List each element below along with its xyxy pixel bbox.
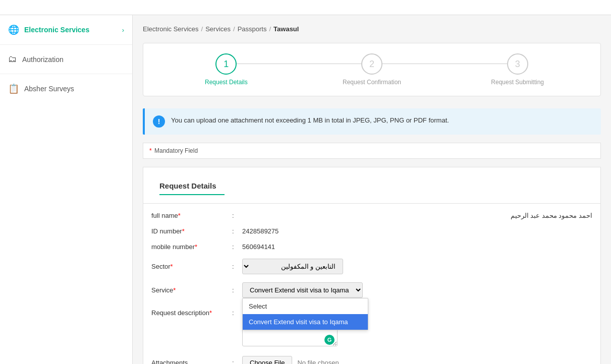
sidebar: 🌐 Electronic Services › 🗂 Authorization … [0, 15, 133, 364]
mandatory-text: Mandatory Field [154, 147, 198, 154]
surveys-icon: 📋 [8, 83, 19, 94]
file-name-text: No file chosen [297, 359, 339, 364]
form-row-mobile: mobile number* : 560694141 [151, 243, 592, 251]
alert-text: You can upload one attachment not exceed… [171, 115, 449, 126]
breadcrumb-sep-3: / [269, 25, 271, 33]
step-label-1: Request Details [205, 79, 248, 86]
breadcrumb-current: Tawasul [273, 25, 299, 33]
sidebar-surveys-label: Absher Surveys [24, 85, 74, 93]
breadcrumb-link-passports[interactable]: Passports [238, 25, 267, 33]
top-bar [0, 0, 611, 15]
step-circle-2: 2 [361, 53, 382, 75]
sidebar-item-electronic-services[interactable]: 🌐 Electronic Services › [0, 15, 132, 45]
form-body: full name* : احمد محمود محمد عبد الرحيم … [143, 204, 600, 364]
mobile-value: 560694141 [242, 243, 592, 251]
file-input-wrapper: Choose File No file chosen [242, 356, 339, 364]
fullname-label: full name* [151, 212, 232, 219]
form-row-attachments: Attachments : Choose File No file chosen [151, 356, 592, 364]
service-dropdown-option-select[interactable]: Select [243, 298, 368, 314]
mobile-label: mobile number* [151, 243, 232, 251]
step-number-2: 2 [369, 59, 374, 70]
form-row-description: Request description* : G [151, 306, 592, 348]
service-dropdown-option-convert[interactable]: Convert Extend visit visa to Iqama [243, 314, 368, 330]
idnumber-colon: : [232, 227, 242, 235]
fullname-value: احمد محمود محمد عبد الرحيم [242, 212, 592, 219]
sector-select-wrapper: التابعين و المكفولين [242, 259, 343, 274]
mandatory-star: * [149, 147, 152, 154]
attachments-label: Attachments [151, 359, 232, 364]
sector-colon: : [232, 263, 242, 270]
form-row-sector: Sector* : التابعين و المكفولين [151, 259, 592, 274]
fullname-colon: : [232, 212, 242, 219]
mobile-colon: : [232, 243, 242, 251]
content-area: Electronic Services / Services / Passpor… [133, 15, 611, 364]
form-row-service: Service* : Select Convert Extend visit v… [151, 282, 592, 298]
choose-file-button[interactable]: Choose File [242, 356, 292, 364]
alert-banner: ! You can upload one attachment not exce… [143, 108, 601, 135]
breadcrumb-link-services[interactable]: Services [205, 25, 231, 33]
idnumber-value: 2428589275 [242, 227, 592, 235]
info-icon: ! [153, 115, 165, 128]
step-2: 2 Request Confirmation [299, 53, 445, 86]
form-section: Request Details full name* : احمد محمود … [143, 167, 601, 364]
grammarly-icon: G [324, 335, 335, 345]
idnumber-label: ID number* [151, 227, 232, 235]
attachments-colon: : [232, 359, 242, 364]
mandatory-note: * Mandatory Field [143, 143, 601, 159]
main-layout: 🌐 Electronic Services › 🗂 Authorization … [0, 15, 611, 364]
breadcrumb: Electronic Services / Services / Passpor… [143, 25, 601, 33]
step-circle-1: 1 [215, 53, 237, 75]
service-dropdown-list: Select Convert Extend visit visa to Iqam… [242, 298, 368, 330]
description-colon: : [232, 306, 242, 317]
breadcrumb-sep-2: / [233, 25, 235, 33]
step-circle-3: 3 [507, 53, 528, 75]
sidebar-item-absher-surveys[interactable]: 📋 Absher Surveys [0, 74, 132, 103]
sector-select[interactable]: التابعين و المكفولين [242, 259, 343, 274]
chevron-right-icon: › [122, 26, 124, 34]
step-label-3: Request Submitting [491, 79, 544, 86]
sidebar-item-authorization[interactable]: 🗂 Authorization [0, 45, 132, 74]
breadcrumb-link-electronic-services[interactable]: Electronic Services [143, 25, 199, 33]
form-section-title-wrapper: Request Details [143, 167, 600, 204]
step-3: 3 Request Submitting [445, 53, 590, 86]
globe-icon: 🌐 [8, 24, 19, 35]
breadcrumb-sep-1: / [201, 25, 203, 33]
step-number-3: 3 [515, 59, 520, 70]
stepper: 1 Request Details 2 Request Confirmation… [143, 43, 601, 96]
service-label: Service* [151, 286, 232, 294]
step-1: 1 Request Details [153, 53, 299, 86]
sector-label: Sector* [151, 263, 232, 270]
service-dropdown-container: Select Convert Extend visit visa to Iqam… [242, 282, 363, 298]
authorization-icon: 🗂 [8, 54, 17, 65]
step-label-2: Request Confirmation [343, 79, 401, 86]
service-select[interactable]: Select Convert Extend visit visa to Iqam… [242, 282, 363, 298]
description-label: Request description* [151, 306, 232, 317]
form-row-fullname: full name* : احمد محمود محمد عبد الرحيم [151, 212, 592, 219]
sidebar-item-label: Electronic Services [24, 26, 89, 34]
step-number-1: 1 [224, 59, 229, 70]
form-section-title: Request Details [159, 174, 225, 195]
sidebar-auth-label: Authorization [22, 55, 64, 64]
form-row-idnumber: ID number* : 2428589275 [151, 227, 592, 235]
service-colon: : [232, 286, 242, 294]
